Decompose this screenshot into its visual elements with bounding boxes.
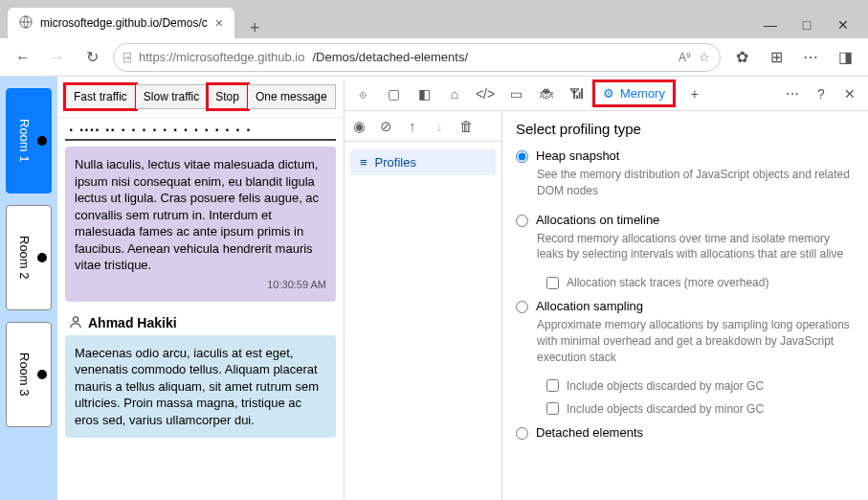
heap-radio[interactable] xyxy=(516,150,528,163)
messages-list[interactable]: . .... .. . . . . . . . . . . . . . Null… xyxy=(57,118,344,500)
profiles-label: Profiles xyxy=(375,155,416,170)
major-gc-label: Include objects discarded by major GC xyxy=(567,379,764,393)
profiles-nav-item[interactable]: ≡ Profiles xyxy=(350,149,496,175)
profiles-sidebar: ◉ ⊘ ↑ ↓ 🗑︎ ≡ Profiles xyxy=(345,111,502,500)
url-prefix: https://microsoftedge.github.io xyxy=(139,50,304,64)
back-button[interactable]: ← xyxy=(10,44,36,71)
section-title: Select profiling type xyxy=(516,121,855,137)
close-devtools-icon[interactable]: ✕ xyxy=(837,81,862,106)
more-tools-icon[interactable]: ⋯ xyxy=(780,81,805,106)
load-up-icon[interactable]: ↑ xyxy=(404,118,421,134)
room-1[interactable]: Room 1 xyxy=(6,88,52,193)
room-label: Room 1 xyxy=(17,119,32,163)
sampling-desc: Approximate memory allocations by sampli… xyxy=(537,317,855,365)
minor-gc-label: Include objects discarded by minor GC xyxy=(567,402,764,416)
memory-toolbar: ◉ ⊘ ↑ ↓ 🗑︎ xyxy=(345,111,501,142)
major-gc-checkbox[interactable] xyxy=(546,379,559,392)
rooms-sidebar: Room 1 Room 2 Room 3 xyxy=(0,77,57,500)
url-path: /Demos/detached-elements/ xyxy=(312,50,468,64)
record-icon[interactable]: ◉ xyxy=(350,118,367,135)
message-text: Nulla iaculis, lectus vitae malesuada di… xyxy=(75,156,326,274)
help-icon[interactable]: ? xyxy=(809,81,834,106)
chat-panel: Fast traffic Slow traffic Stop One messa… xyxy=(57,77,345,500)
stack-traces-check[interactable]: Allocation stack traces (more overhead) xyxy=(546,276,855,289)
more-icon[interactable]: ⋯ xyxy=(797,44,824,71)
minimize-button[interactable]: — xyxy=(757,11,784,38)
minor-gc-checkbox[interactable] xyxy=(546,402,559,415)
browser-tab[interactable]: microsoftedge.github.io/Demos/c × xyxy=(8,8,234,38)
detached-radio[interactable] xyxy=(516,427,528,440)
sliders-icon: ≡ xyxy=(360,155,367,170)
network-tab-icon[interactable]: 📶︎ xyxy=(565,81,590,106)
heap-snapshot-option[interactable]: Heap snapshot xyxy=(516,148,855,163)
sampling-label: Allocation sampling xyxy=(536,299,643,313)
collections-icon[interactable]: ⊞ xyxy=(763,44,790,71)
maximize-button[interactable]: □ xyxy=(793,11,820,38)
stack-traces-label: Allocation stack traces (more overhead) xyxy=(567,276,768,289)
add-tab-button[interactable]: + xyxy=(682,81,707,106)
reading-mode-icon[interactable]: A⁹ xyxy=(679,51,691,64)
devtools-tab-strip: ⟐ ▢ ◧ ⌂ </> ▭ 🐞︎ 📶︎ ⚙ Memory + ⋯ ? ✕ xyxy=(345,77,868,111)
heap-label: Heap snapshot xyxy=(536,148,619,163)
inspect-icon[interactable]: ⟐ xyxy=(350,81,375,106)
message-timestamp: 10:30:59 AM xyxy=(75,278,326,292)
timeline-option[interactable]: Allocations on timeline xyxy=(516,213,855,227)
profiling-options: Select profiling type Heap snapshot See … xyxy=(502,111,868,500)
memory-tab-label: Memory xyxy=(620,86,665,101)
close-window-button[interactable]: ✕ xyxy=(830,11,857,38)
forward-button[interactable]: → xyxy=(44,44,71,71)
status-dot-icon xyxy=(37,136,47,146)
person-icon xyxy=(69,315,82,331)
traffic-controls: Fast traffic Slow traffic Stop One messa… xyxy=(57,77,344,118)
detached-label: Detached elements xyxy=(536,425,643,440)
sources-tab-icon[interactable]: ▭ xyxy=(503,81,528,106)
elements-tab-icon[interactable]: </> xyxy=(473,81,498,106)
dock-side-icon[interactable]: ◧ xyxy=(412,81,436,106)
room-label: Room 2 xyxy=(17,236,32,280)
message-item: Maecenas odio arcu, iaculis at est eget,… xyxy=(65,335,336,439)
console-tab-icon[interactable]: 🐞︎ xyxy=(534,81,559,106)
address-bar: ← → ↻ ⍈ https://microsoftedge.github.io/… xyxy=(0,38,868,77)
message-text: Maecenas odio arcu, iaculis at est eget,… xyxy=(75,345,326,429)
stop-button[interactable]: Stop xyxy=(208,84,248,109)
minor-gc-check[interactable]: Include objects discarded by minor GC xyxy=(546,402,855,416)
major-gc-check[interactable]: Include objects discarded by major GC xyxy=(546,379,855,393)
tab-title: microsoftedge.github.io/Demos/c xyxy=(40,16,208,30)
status-dot-icon xyxy=(37,370,47,379)
sampling-option[interactable]: Allocation sampling xyxy=(516,299,855,313)
refresh-button[interactable]: ↻ xyxy=(78,44,105,71)
device-icon[interactable]: ▢ xyxy=(381,81,406,106)
extensions-icon[interactable]: ✿ xyxy=(728,44,755,71)
lock-icon: ⍈ xyxy=(123,50,131,64)
welcome-tab-icon[interactable]: ⌂ xyxy=(442,81,467,106)
url-input[interactable]: ⍈ https://microsoftedge.github.io/Demos/… xyxy=(113,43,721,72)
detached-option[interactable]: Detached elements xyxy=(516,425,855,440)
globe-icon xyxy=(19,15,33,32)
memory-tab[interactable]: ⚙ Memory xyxy=(595,82,673,104)
fast-traffic-button[interactable]: Fast traffic xyxy=(65,84,136,109)
timeline-desc: Record memory allocations over time and … xyxy=(537,231,855,263)
heap-desc: See the memory distribution of JavaScrip… xyxy=(537,167,855,199)
devtools-dock-icon[interactable]: ◨ xyxy=(832,44,858,71)
timeline-label: Allocations on timeline xyxy=(536,213,659,227)
clear-icon[interactable]: ⊘ xyxy=(377,118,394,135)
room-3[interactable]: Room 3 xyxy=(6,322,52,427)
room-2[interactable]: Room 2 xyxy=(6,205,52,310)
devtools-panel: ⟐ ▢ ◧ ⌂ </> ▭ 🐞︎ 📶︎ ⚙ Memory + ⋯ ? ✕ ◉ xyxy=(345,77,868,500)
save-down-icon: ↓ xyxy=(431,118,448,134)
slow-traffic-button[interactable]: Slow traffic xyxy=(136,84,208,109)
one-message-button[interactable]: One message xyxy=(248,84,336,109)
window-titlebar: microsoftedge.github.io/Demos/c × + — □ … xyxy=(0,0,868,38)
svg-point-1 xyxy=(73,316,78,321)
delete-icon[interactable]: 🗑︎ xyxy=(457,118,475,134)
stack-traces-checkbox[interactable] xyxy=(546,277,559,289)
gear-icon: ⚙ xyxy=(603,86,614,101)
message-item: Nulla iaculis, lectus vitae malesuada di… xyxy=(65,147,336,302)
truncated-header: . .... .. . . . . . . . . . . . . . xyxy=(65,118,336,141)
favorite-icon[interactable]: ☆ xyxy=(699,50,710,64)
sampling-radio[interactable] xyxy=(516,301,528,313)
close-tab-icon[interactable]: × xyxy=(215,15,223,31)
message-author: Ahmad Hakiki xyxy=(65,307,336,335)
new-tab-button[interactable]: + xyxy=(242,18,268,38)
timeline-radio[interactable] xyxy=(516,215,528,227)
